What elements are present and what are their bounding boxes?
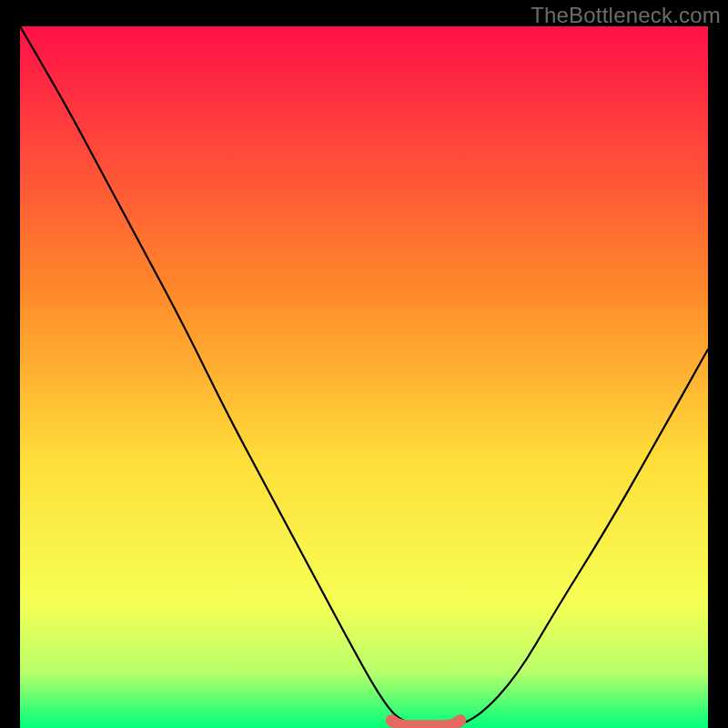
chart-frame: TheBottleneck.com <box>0 0 728 728</box>
bottleneck-curve <box>20 26 708 728</box>
plot-area <box>20 26 708 728</box>
watermark-text: TheBottleneck.com <box>531 3 721 28</box>
